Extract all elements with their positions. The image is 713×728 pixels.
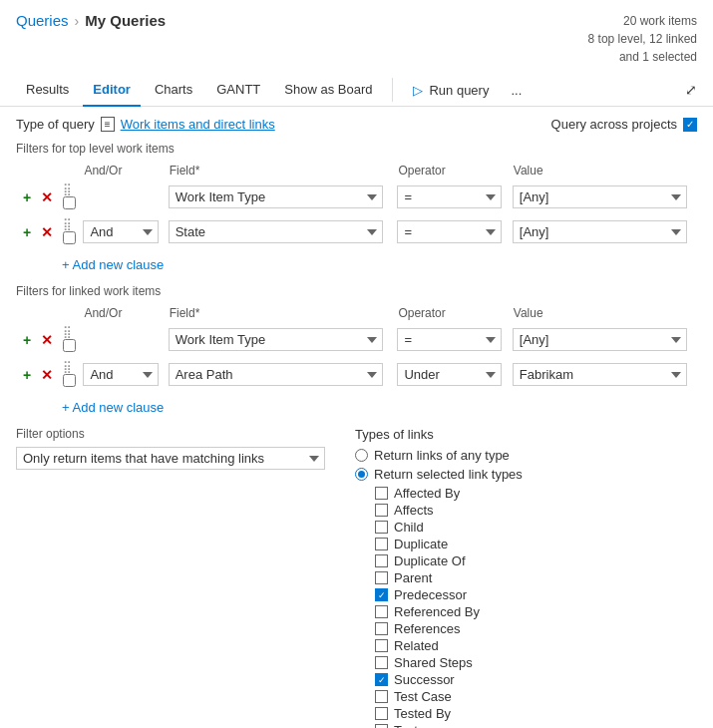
link-type-checkbox[interactable] <box>375 622 388 635</box>
type-of-query-text: Type of query <box>16 117 95 132</box>
andor-select[interactable]: And <box>83 220 159 243</box>
row-field: Work Item Type <box>166 322 395 357</box>
tab-charts[interactable]: Charts <box>145 74 202 107</box>
link-type-label: Test Case <box>394 689 452 704</box>
filter-options-select[interactable]: Only return items that have matching lin… <box>16 447 325 470</box>
delete-row-button[interactable]: ✕ <box>39 189 55 205</box>
link-type-label: Affects <box>394 503 434 518</box>
row-check: ⣿ <box>60 180 81 214</box>
add-row-button[interactable]: + <box>19 224 35 240</box>
query-across-row: Query across projects ✓ <box>551 117 697 132</box>
col-value-header: Value <box>510 162 697 180</box>
radio-selected-dot <box>358 471 365 478</box>
row-field: State <box>166 214 395 249</box>
link-type-checkbox[interactable] <box>375 487 388 500</box>
drag-handle[interactable]: ⣿ <box>63 182 72 196</box>
more-options-button[interactable]: ... <box>503 78 530 103</box>
page-header: Queries › My Queries 20 work items 8 top… <box>0 0 713 74</box>
link-type-checkbox[interactable]: ✓ <box>375 588 388 601</box>
list-item: ✓Predecessor <box>375 587 564 602</box>
add-row-button[interactable]: + <box>19 367 35 383</box>
radio-any-type[interactable]: Return links of any type <box>355 448 564 463</box>
value-select[interactable]: Fabrikam <box>513 363 687 386</box>
field-select[interactable]: State <box>169 220 383 243</box>
row-checkbox[interactable] <box>63 231 76 244</box>
andor-select[interactable]: And <box>83 363 159 386</box>
row-checkbox[interactable] <box>63 339 76 352</box>
tab-gantt[interactable]: GANTT <box>206 74 270 107</box>
query-across-checkbox[interactable]: ✓ <box>683 118 697 132</box>
table-row: + ✕ ⣿ And State <box>16 214 697 249</box>
delete-row-button[interactable]: ✕ <box>39 367 55 383</box>
row-checkbox[interactable] <box>63 374 76 387</box>
link-type-checkbox[interactable] <box>375 639 388 652</box>
value-select[interactable]: [Any] <box>513 328 687 351</box>
col-field-header: Field* <box>166 162 395 180</box>
field-select[interactable]: Work Item Type <box>169 185 383 208</box>
list-item: Affects <box>375 503 564 518</box>
delete-row-button[interactable]: ✕ <box>39 224 55 240</box>
link-type-checkbox[interactable] <box>375 656 388 669</box>
drag-handle[interactable]: ⣿ <box>63 360 72 374</box>
operator-select[interactable]: = <box>397 328 502 351</box>
row-andor <box>80 180 165 214</box>
drag-handle[interactable]: ⣿ <box>63 325 72 339</box>
link-type-label: Duplicate <box>394 537 448 551</box>
link-type-label: Tested By <box>394 706 451 721</box>
breadcrumb-current: My Queries <box>85 12 166 29</box>
link-type-checkbox[interactable] <box>375 538 388 550</box>
operator-select[interactable]: Under <box>397 363 502 386</box>
row-value: [Any] <box>510 180 697 214</box>
link-type-checkbox[interactable] <box>375 605 388 618</box>
value-select[interactable]: [Any] <box>513 220 687 243</box>
radio-selected-type-input[interactable] <box>355 468 368 481</box>
row-field: Area Path <box>166 357 395 392</box>
link-type-label: Child <box>394 520 424 535</box>
link-type-checkbox[interactable] <box>375 724 388 728</box>
row-checkbox[interactable] <box>63 196 76 209</box>
link-type-checkbox[interactable]: ✓ <box>375 673 388 686</box>
tab-show-as-board[interactable]: Show as Board <box>274 74 382 107</box>
tab-results[interactable]: Results <box>16 74 79 107</box>
linked-add-clause[interactable]: + Add new clause <box>62 400 164 415</box>
field-select[interactable]: Work Item Type <box>169 328 383 351</box>
tab-editor[interactable]: Editor <box>83 74 141 107</box>
linked-filters-header: Filters for linked work items <box>16 284 697 298</box>
row-actions: + ✕ <box>16 357 60 392</box>
row-value: [Any] <box>510 214 697 249</box>
radio-selected-type[interactable]: Return selected link types <box>355 467 564 482</box>
col-andor-header2: And/Or <box>80 304 165 322</box>
expand-button[interactable]: ⤢ <box>685 82 697 98</box>
drag-handle[interactable]: ⣿ <box>63 217 72 231</box>
list-item: Referenced By <box>375 604 564 619</box>
link-type-checkbox[interactable] <box>375 504 388 517</box>
link-type-checkbox[interactable] <box>375 690 388 703</box>
field-select[interactable]: Area Path <box>169 363 383 386</box>
row-field: Work Item Type <box>166 180 395 214</box>
col-operator-header2: Operator <box>394 304 509 322</box>
breadcrumb-home[interactable]: Queries <box>16 12 69 29</box>
radio-any-type-input[interactable] <box>355 449 368 462</box>
query-type-value[interactable]: Work items and direct links <box>121 117 275 132</box>
row-andor: And <box>80 214 165 249</box>
link-type-checkbox[interactable] <box>375 554 388 567</box>
delete-row-button[interactable]: ✕ <box>39 332 55 348</box>
row-value: Fabrikam <box>510 357 697 392</box>
col-check-header2 <box>60 304 81 322</box>
operator-select[interactable]: = <box>397 185 502 208</box>
row-operator: Under <box>394 357 509 392</box>
link-type-label: Predecessor <box>394 587 467 602</box>
link-type-checkbox[interactable] <box>375 707 388 720</box>
run-query-button[interactable]: ▷ Run query <box>403 78 499 103</box>
list-item: References <box>375 621 564 636</box>
link-type-checkbox[interactable] <box>375 521 388 534</box>
value-select[interactable]: [Any] <box>513 185 687 208</box>
operator-select[interactable]: = <box>397 220 502 243</box>
link-type-checkbox[interactable] <box>375 571 388 584</box>
add-row-button[interactable]: + <box>19 189 35 205</box>
add-row-button[interactable]: + <box>19 332 35 348</box>
top-add-clause[interactable]: + Add new clause <box>62 257 164 272</box>
list-item: Duplicate Of <box>375 553 564 568</box>
link-type-label: Related <box>394 638 439 653</box>
top-filters-table: And/Or Field* Operator Value + ✕ ⣿ <box>16 162 697 249</box>
